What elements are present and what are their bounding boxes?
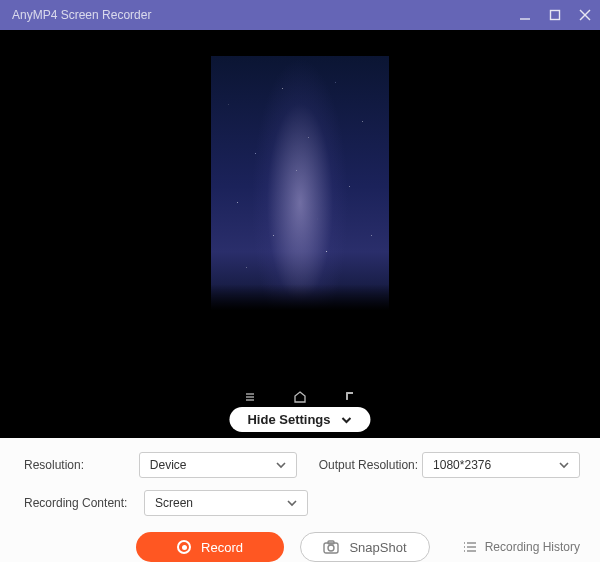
- recording-history-button[interactable]: Recording History: [463, 540, 580, 554]
- camera-icon: [323, 540, 339, 554]
- wallpaper-image: [211, 56, 389, 382]
- chevron-down-icon: [341, 414, 353, 426]
- hide-settings-label: Hide Settings: [247, 412, 330, 427]
- chevron-down-icon: [276, 460, 286, 470]
- maximize-icon[interactable]: [548, 8, 562, 22]
- home-icon[interactable]: [293, 390, 307, 404]
- settings-row-1: Resolution: Device Output Resolution: 10…: [24, 452, 580, 478]
- back-icon[interactable]: [343, 390, 357, 404]
- recording-content-value: Screen: [155, 496, 193, 510]
- title-bar: AnyMP4 Screen Recorder: [0, 0, 600, 30]
- minimize-icon[interactable]: [518, 8, 532, 22]
- settings-panel: Resolution: Device Output Resolution: 10…: [0, 438, 600, 562]
- hide-settings-button[interactable]: Hide Settings: [229, 407, 370, 432]
- resolution-label: Resolution:: [24, 458, 139, 472]
- recording-history-label: Recording History: [485, 540, 580, 554]
- recording-content-label: Recording Content:: [24, 496, 144, 510]
- record-icon: [177, 540, 191, 554]
- chevron-down-icon: [287, 498, 297, 508]
- svg-rect-1: [551, 11, 560, 20]
- list-icon: [463, 541, 477, 553]
- recording-content-select[interactable]: Screen: [144, 490, 308, 516]
- resolution-select[interactable]: Device: [139, 452, 297, 478]
- phone-preview: [211, 56, 389, 412]
- svg-marker-7: [295, 392, 305, 402]
- resolution-value: Device: [150, 458, 187, 472]
- record-button[interactable]: Record: [136, 532, 284, 562]
- snapshot-button[interactable]: SnapShot: [300, 532, 430, 562]
- app-title: AnyMP4 Screen Recorder: [12, 8, 151, 22]
- output-resolution-select[interactable]: 1080*2376: [422, 452, 580, 478]
- record-label: Record: [201, 540, 243, 555]
- phone-screen: [211, 56, 389, 382]
- action-bar: Record SnapShot Recording History: [24, 532, 580, 562]
- snapshot-label: SnapShot: [349, 540, 406, 555]
- chevron-down-icon: [559, 460, 569, 470]
- output-resolution-label: Output Resolution:: [319, 458, 422, 472]
- svg-point-10: [328, 545, 334, 551]
- menu-icon[interactable]: [243, 390, 257, 404]
- preview-area: Hide Settings: [0, 30, 600, 438]
- settings-row-2: Recording Content: Screen: [24, 490, 580, 516]
- output-resolution-value: 1080*2376: [433, 458, 491, 472]
- window-controls: [518, 8, 592, 22]
- close-icon[interactable]: [578, 8, 592, 22]
